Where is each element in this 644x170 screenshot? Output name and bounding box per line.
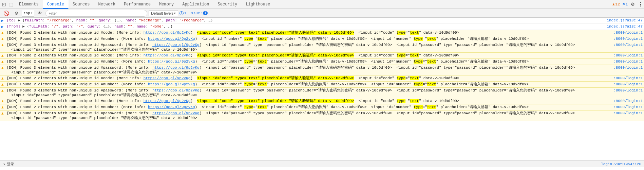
warning-icon: ▲ xyxy=(1,105,6,110)
row-source-link[interactable]: :8000/login:1 xyxy=(602,88,643,93)
row-source-link[interactable]: :8000/login:1 xyxy=(602,76,643,81)
tab-bar: ⊡ ⬚ Elements Console Sources Network Per… xyxy=(0,0,644,9)
flag-icon: ⚑ xyxy=(623,2,625,6)
row-content: [DOM] Found 2 elements with non-unique i… xyxy=(7,36,602,41)
more-info-link[interactable]: https://goo.gl/9p2vKg xyxy=(144,76,191,80)
context-chevron-icon: ▾ xyxy=(31,11,33,15)
more-info-link[interactable]: https://goo.gl/9p2vKg xyxy=(148,60,195,64)
more-info-link[interactable]: https://goo.gl/9p2vKg xyxy=(152,111,200,115)
more-info-link[interactable]: https://goo.gl/9p2vKg xyxy=(152,43,200,47)
console-toolbar: 🚫 ⊘ top ▾ 👁 Default levels ▾ i 1 Issue: … xyxy=(0,9,644,18)
console-row: ▶ [from] ▶ {fullPath: "/", path: "/", qu… xyxy=(0,24,644,30)
row-source-link[interactable]: :8000/login:1 xyxy=(602,30,643,35)
warning-row: ▲ [DOM] Found 2 elements with non-unique… xyxy=(0,30,644,36)
eye-filter-button[interactable]: 👁 xyxy=(36,10,44,16)
warning-icon: ▲ xyxy=(1,60,6,64)
warning-count-badge[interactable]: ▲ 12 xyxy=(611,2,621,6)
tab-console[interactable]: Console xyxy=(43,0,69,9)
tab-lighthouse[interactable]: Lighthouse xyxy=(242,0,274,9)
more-info-link[interactable]: https://goo.gl/9p2vKg xyxy=(152,66,200,70)
console-content: ▶ [to] ▶ {fullPath: "/recharge", hash: "… xyxy=(0,18,644,160)
filter-input[interactable] xyxy=(45,10,147,17)
row-source-link[interactable]: :8000/login:1 xyxy=(602,59,643,64)
row-source-link[interactable]: index.js?a18c:47 xyxy=(602,24,643,29)
warning-row: ▲ [DOM] Found 2 elements with non-unique… xyxy=(0,53,644,59)
row-content: [to] ▶ {fullPath: "/recharge", hash: "",… xyxy=(7,18,602,23)
context-label: top xyxy=(23,11,30,15)
row-content: [DOM] Found 2 elements with non-unique i… xyxy=(7,59,602,64)
row-content: [DOM] Found 3 elements with non-unique i… xyxy=(7,88,602,98)
warning-icon: ▲ xyxy=(1,66,6,70)
row-content: [DOM] Found 2 elements with non-unique i… xyxy=(7,105,602,109)
issue-button[interactable]: i 1 Issue: 1 xyxy=(179,11,208,15)
row-source-link[interactable]: :8000/login:1 xyxy=(602,42,643,47)
warning-row: ▲ [DOM] Found 3 elements with non-unique… xyxy=(0,88,644,98)
prompt-icon: › xyxy=(3,162,5,167)
default-levels-button[interactable]: Default levels ▾ xyxy=(149,10,178,16)
warning-icon: ▲ xyxy=(1,99,6,104)
tab-network[interactable]: Network xyxy=(94,0,119,9)
warning-row: ▲ [DOM] Found 3 elements with non-unique… xyxy=(0,42,644,53)
bottom-source-link[interactable]: login.vue?1954:120 xyxy=(601,162,641,166)
row-source-link[interactable]: :8000/login:1 xyxy=(602,105,643,109)
tab-performance[interactable]: Performance xyxy=(120,0,155,9)
warning-row: ▲ [DOM] Found 2 elements with non-unique… xyxy=(0,75,644,82)
row-source-link[interactable]: :8000/login:1 xyxy=(602,65,643,70)
bottom-bar: › 登录 login.vue?1954:120 xyxy=(0,160,644,167)
row-source-link[interactable]: :8000/login:1 xyxy=(602,53,643,58)
bottom-bar-prompt: › 登录 xyxy=(3,162,601,167)
warning-triangle-icon: ▲ xyxy=(612,2,615,6)
row-content: [DOM] Found 3 elements with non-unique i… xyxy=(7,65,602,75)
warning-icon: ▲ xyxy=(1,31,6,35)
warning-icon: ▲ xyxy=(1,37,6,41)
device-icon[interactable]: ⬚ xyxy=(7,1,15,8)
info-expand-icon[interactable]: ▶ xyxy=(1,24,6,29)
warning-icon: ▲ xyxy=(1,53,6,58)
flag-badge[interactable]: ⚑ 1 xyxy=(621,2,629,6)
more-info-link[interactable]: https://goo.gl/9p2vKg xyxy=(148,82,195,86)
tab-application[interactable]: Application xyxy=(178,0,213,9)
row-content: [DOM] Found 2 elements with non-unique i… xyxy=(7,99,602,103)
more-options-icon[interactable]: ⋮ xyxy=(637,1,644,8)
inspect-icon[interactable]: ⊡ xyxy=(0,1,7,8)
clear-console-button[interactable]: 🚫 xyxy=(1,10,11,17)
row-source-link[interactable]: :8000/login:1 xyxy=(602,111,643,116)
settings-icon[interactable]: ⚙ xyxy=(629,1,637,8)
row-source-link[interactable]: index.js?a18c:47 xyxy=(602,18,643,23)
warning-icon: ▲ xyxy=(1,111,6,116)
row-source-link[interactable]: :8000/login:1 xyxy=(602,82,643,87)
issue-info-icon: i xyxy=(179,11,184,15)
console-row: ▶ [to] ▶ {fullPath: "/recharge", hash: "… xyxy=(0,18,644,24)
filter-icon-button[interactable]: ⊘ xyxy=(13,10,20,16)
warning-icon: ▲ xyxy=(1,88,6,93)
warning-icon: ▲ xyxy=(1,82,6,87)
more-info-link[interactable]: https://goo.gl/9p2vKg xyxy=(148,37,195,41)
more-info-link[interactable]: https://goo.gl/9p2vKg xyxy=(152,88,200,92)
context-selector[interactable]: top ▾ xyxy=(22,10,34,17)
tab-sources[interactable]: Sources xyxy=(69,0,94,9)
more-info-link[interactable]: https://goo.gl/9p2vKg xyxy=(144,31,191,35)
warning-icon: ▲ xyxy=(1,43,6,48)
row-content: [DOM] Found 2 elements with non-unique i… xyxy=(7,76,602,81)
more-info-link[interactable]: https://goo.gl/9p2vKg xyxy=(144,53,191,57)
warning-row: ▲ [DOM] Found 2 elements with non-unique… xyxy=(0,59,644,65)
more-info-link[interactable]: https://goo.gl/9p2vKg xyxy=(144,99,191,103)
more-info-link[interactable]: https://goo.gl/9p2vKg xyxy=(148,105,195,109)
row-source-link[interactable]: :8000/login:1 xyxy=(602,99,643,103)
tab-memory[interactable]: Memory xyxy=(155,0,178,9)
warning-row: ▲ [DOM] Found 2 elements with non-unique… xyxy=(0,104,644,111)
tab-security[interactable]: Security xyxy=(214,0,242,9)
row-content: [DOM] Found 3 elements with non-unique i… xyxy=(7,111,602,120)
info-expand-icon[interactable]: ▶ xyxy=(1,18,6,23)
row-content: [DOM] Found 2 elements with non-unique i… xyxy=(7,53,602,58)
levels-chevron-icon: ▾ xyxy=(174,12,176,15)
row-content: [DOM] Found 2 elements with non-unique i… xyxy=(7,30,602,35)
row-content: [DOM] Found 3 elements with non-unique i… xyxy=(7,42,602,52)
row-source-link[interactable]: :8000/login:1 xyxy=(602,36,643,41)
warning-row: ▲ [DOM] Found 3 elements with non-unique… xyxy=(0,111,644,121)
warning-row: ▲ [DOM] Found 2 elements with non-unique… xyxy=(0,98,644,104)
bottom-login-text: 登录 xyxy=(7,162,14,167)
row-content: [from] ▶ {fullPath: "/", path: "/", quer… xyxy=(7,24,602,29)
tab-elements[interactable]: Elements xyxy=(15,0,43,9)
warning-row: ▲ [DOM] Found 2 elements with non-unique… xyxy=(0,36,644,42)
